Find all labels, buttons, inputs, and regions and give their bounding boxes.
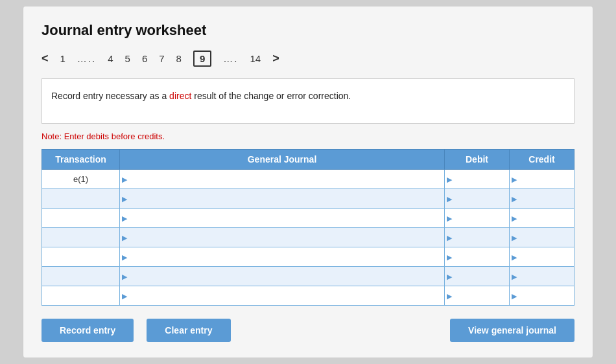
cell-credit-2[interactable] — [510, 189, 575, 209]
page-14[interactable]: 14 — [250, 53, 261, 64]
view-general-journal-button[interactable]: View general journal — [450, 319, 575, 342]
cell-journal-7[interactable] — [120, 286, 445, 306]
cell-debit-4[interactable] — [445, 228, 510, 247]
table-row — [42, 209, 575, 228]
next-arrow[interactable]: > — [272, 52, 279, 65]
cell-debit-6[interactable] — [445, 267, 510, 286]
record-entry-button[interactable]: Record entry — [41, 319, 134, 342]
page-title: Journal entry worksheet — [41, 22, 575, 39]
page-8[interactable]: 8 — [176, 53, 182, 64]
cell-transaction-3 — [42, 209, 120, 228]
instruction-box: Record entry necessary as a direct resul… — [41, 78, 575, 124]
table-row: e(1) — [42, 170, 575, 189]
clear-entry-button[interactable]: Clear entry — [147, 319, 230, 342]
dots-left: ….. — [77, 53, 96, 64]
cell-transaction-5 — [42, 247, 120, 267]
cell-debit-5[interactable] — [445, 247, 510, 267]
dots-right: …. — [223, 53, 238, 64]
prev-arrow[interactable]: < — [41, 52, 49, 65]
table-row — [42, 228, 575, 247]
cell-debit-3[interactable] — [445, 209, 510, 228]
journal-entry-worksheet: Journal entry worksheet < 1 ….. 4 5 6 7 … — [23, 6, 593, 358]
page-1[interactable]: 1 — [60, 53, 65, 64]
cell-credit-6[interactable] — [510, 267, 575, 286]
page-7[interactable]: 7 — [159, 53, 164, 64]
cell-journal-6[interactable] — [120, 267, 445, 286]
cell-transaction-6 — [42, 267, 120, 286]
instruction-text-before: Record entry necessary as a — [51, 91, 169, 101]
pagination: < 1 ….. 4 5 6 7 8 9 …. 14 > — [41, 51, 575, 67]
cell-debit-2[interactable] — [445, 189, 510, 209]
col-credit: Credit — [510, 150, 575, 170]
buttons-row: Record entry Clear entry View general jo… — [41, 319, 575, 342]
table-row — [42, 189, 575, 209]
col-debit: Debit — [445, 150, 510, 170]
cell-credit-4[interactable] — [510, 228, 575, 247]
table-row — [42, 267, 575, 286]
cell-debit-7[interactable] — [445, 286, 510, 306]
cell-journal-2[interactable] — [120, 189, 445, 209]
cell-credit-1[interactable] — [510, 170, 575, 189]
page-5[interactable]: 5 — [125, 53, 130, 64]
page-4[interactable]: 4 — [108, 53, 113, 64]
table-row — [42, 286, 575, 306]
journal-table: Transaction General Journal Debit Credit… — [41, 149, 575, 306]
instruction-highlight: direct — [169, 91, 191, 101]
cell-credit-5[interactable] — [510, 247, 575, 267]
col-transaction: Transaction — [42, 150, 120, 170]
cell-transaction-4 — [42, 228, 120, 247]
page-9-active[interactable]: 9 — [193, 51, 211, 67]
cell-debit-1[interactable] — [445, 170, 510, 189]
cell-transaction-1: e(1) — [42, 170, 120, 189]
cell-credit-7[interactable] — [510, 286, 575, 306]
page-6[interactable]: 6 — [142, 53, 147, 64]
cell-transaction-7 — [42, 286, 120, 306]
col-general-journal: General Journal — [120, 150, 445, 170]
cell-credit-3[interactable] — [510, 209, 575, 228]
note-text: Note: Enter debits before credits. — [41, 131, 575, 141]
cell-transaction-2 — [42, 189, 120, 209]
cell-journal-3[interactable] — [120, 209, 445, 228]
cell-journal-4[interactable] — [120, 228, 445, 247]
instruction-text-after: result of the change or error correction… — [191, 91, 351, 101]
cell-journal-1[interactable] — [120, 170, 445, 189]
table-row — [42, 247, 575, 267]
cell-journal-5[interactable] — [120, 247, 445, 267]
